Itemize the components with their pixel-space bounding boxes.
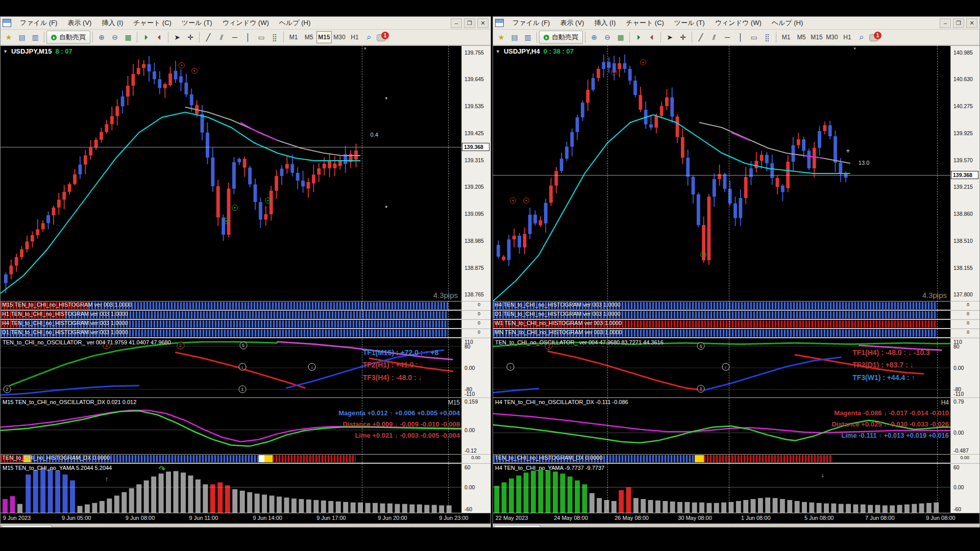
chart-tab-eurjpy-m15[interactable]: EURJPY,M15	[313, 527, 362, 528]
histogram-plot[interactable]: MN TEN_to_CHI_no_HISTOGRAM ver 003 1.000…	[493, 329, 951, 337]
menu-item-2[interactable]: 挿入 (I)	[590, 17, 620, 29]
trendline-icon[interactable]: ╱	[694, 31, 707, 44]
histogram-plot[interactable]: D1 TEN_to_CHI_no_HISTOGRAM ver 003 1.000…	[493, 311, 951, 319]
menu-item-1[interactable]: 表示 (V)	[555, 17, 589, 29]
hline-icon[interactable]: ─	[721, 31, 734, 44]
oneclick-toggle-icon[interactable]: ▼	[3, 49, 8, 54]
histogram-dx-plot[interactable]: TEN_to_CHI_no_HISTOGRAM_DX 0.0000	[1, 455, 462, 463]
timeframe-button-m5[interactable]: M5	[794, 31, 809, 43]
oneclick-toggle-icon[interactable]: ▼	[496, 49, 500, 54]
minimize-button[interactable]: –	[451, 18, 462, 28]
timeframe-button-m15[interactable]: M15	[809, 31, 824, 43]
vline-icon[interactable]: │	[734, 31, 747, 44]
chart-tab-eurusd-h4[interactable]: EURUSD,H4	[541, 527, 589, 528]
search-icon[interactable]: ⌕	[855, 31, 868, 44]
zoom-out-icon[interactable]: ⊖	[601, 31, 614, 44]
timeframe-button-m1[interactable]: M1	[778, 31, 794, 43]
menu-item-6[interactable]: ヘルプ (H)	[767, 17, 808, 29]
autotrade-button[interactable]: 自動売買	[46, 31, 90, 44]
chart-tab-gbpusd-m15[interactable]: GBPUSD,M15	[156, 527, 208, 528]
new-order-icon[interactable]: ★	[495, 31, 508, 44]
new-order-icon[interactable]: ★	[2, 31, 15, 44]
chart-tab-usdcad-m15[interactable]: USDCAD,M15	[260, 527, 312, 528]
oscillator-plot[interactable]: TEN_to_CHI_no_OSCILLATOR_ ver 004 47.968…	[493, 338, 951, 397]
menu-item-4[interactable]: ツール (T)	[177, 17, 217, 29]
chart-tab-eurusd-m15[interactable]: EURUSD,M15	[52, 527, 104, 528]
menu-item-0[interactable]: ファイル (F)	[508, 17, 554, 29]
yama-plot[interactable]: M15 TEN_to_CHI_no_YAMA 5.2044 5.2044↑↷	[1, 464, 462, 513]
crosshair-icon[interactable]: ✛	[184, 31, 197, 44]
notification-icon[interactable]: 1	[376, 31, 389, 43]
menu-item-4[interactable]: ツール (T)	[670, 17, 709, 29]
menu-item-3[interactable]: チャート (C)	[129, 17, 176, 29]
fibonacci-icon[interactable]: ⣿	[761, 31, 774, 44]
chart-shift-icon[interactable]: ⏴	[153, 31, 166, 44]
chart-plot[interactable]: ▼USDJPY,H40 : 38 : 0713.04.3pips▼+	[493, 46, 951, 301]
chart-tab-cadjpy-h4[interactable]: CADJPY,H4	[826, 527, 872, 528]
trendline-icon[interactable]: ╱	[202, 31, 215, 44]
chart-tab-usdjpy-h4[interactable]: USDJPY,H4	[494, 525, 541, 528]
timeframe-button-m30[interactable]: M30	[332, 31, 347, 43]
rectangle-icon[interactable]: ▭	[747, 31, 761, 44]
cursor-icon[interactable]: ➤	[170, 31, 184, 44]
chart-tab-eurgbp-m15[interactable]: EURGBP,M15	[105, 527, 156, 528]
histogram-dx-plot[interactable]: TEN_to_CHI_no_HISTOGRAM_DX 0.0000	[493, 455, 951, 463]
chart-tab-eurjpy-h4[interactable]: EURJPY,H4	[781, 527, 826, 528]
chart-tab-audusd-m15[interactable]: AUDUSD,M15	[208, 527, 260, 528]
histogram-plot[interactable]: D1 TEN_to_CHI_no_HISTOGRAM ver 003 1.000…	[1, 329, 462, 337]
menu-item-5[interactable]: ウィンドウ (W)	[710, 17, 766, 29]
chart-tab-usdcad-h4[interactable]: USDCAD,H4	[732, 527, 780, 528]
data-window-icon[interactable]: ▥	[29, 31, 42, 44]
auto-scroll-icon[interactable]: ⏵	[632, 31, 645, 44]
histogram-plot[interactable]: H1 TEN_to_CHI_no_HISTOGRAM ver 003 1.000…	[1, 311, 462, 319]
menu-item-5[interactable]: ウィンドウ (W)	[218, 17, 274, 29]
timeframe-button-h1[interactable]: H1	[347, 31, 362, 43]
chart-tab-usdjpy-m15[interactable]: USDJPY,M15	[2, 525, 52, 528]
fibonacci-icon[interactable]: ⣿	[268, 31, 281, 44]
yama-plot[interactable]: H4 TEN_to_CHI_no_YAMA -9.7737 -9.7737↓	[493, 464, 951, 513]
tile-windows-icon[interactable]: ▦	[614, 31, 627, 44]
timeframe-button-h1[interactable]: H1	[840, 31, 855, 43]
close-button[interactable]: ✕	[966, 18, 977, 28]
oscillator-plot[interactable]: TEN_to_CHI_no_OSCILLATOR_ ver 004 71.975…	[1, 338, 462, 397]
restore-button[interactable]: ❐	[464, 18, 475, 28]
menu-item-0[interactable]: ファイル (F)	[15, 17, 62, 29]
menu-item-6[interactable]: ヘルプ (H)	[275, 17, 315, 29]
chart-tab-audusd-h4[interactable]: AUDUSD,H4	[684, 527, 732, 528]
chart-tab-eurgbp-h4[interactable]: EURGBP,H4	[589, 527, 636, 528]
histogram-plot[interactable]: W1 TEN_to_CHI_no_HISTOGRAM ver 003 1.000…	[493, 320, 951, 328]
timeframe-button-m15[interactable]: M15	[316, 31, 332, 43]
zoom-in-icon[interactable]: ⊕	[95, 31, 108, 44]
timeframe-button-m30[interactable]: M30	[824, 31, 840, 43]
hline-icon[interactable]: ─	[228, 31, 241, 44]
notification-icon[interactable]: 1	[868, 31, 881, 43]
crosshair-icon[interactable]: ✛	[676, 31, 690, 44]
chart-tab-gbpusd-h4[interactable]: GBPUSD,H4	[636, 527, 684, 528]
chart-plot[interactable]: ▼USDJPY,M158 : 070.44.3pips**▼	[1, 46, 462, 301]
vline-icon[interactable]: │	[241, 31, 255, 44]
histogram-plot[interactable]: H4 TEN_to_CHI_no_HISTOGRAM ver 003 1.000…	[1, 320, 462, 328]
restore-button[interactable]: ❐	[953, 18, 964, 28]
menu-item-2[interactable]: 挿入 (I)	[97, 17, 128, 29]
auto-scroll-icon[interactable]: ⏵	[139, 31, 153, 44]
chart-tab-cadjpy-m15[interactable]: CADJPY,M15	[362, 527, 412, 528]
chart-window-icon[interactable]: ▤	[15, 31, 29, 44]
chart-window-icon[interactable]: ▤	[508, 31, 521, 44]
chart-shift-icon[interactable]: ⏴	[645, 31, 658, 44]
data-window-icon[interactable]: ▥	[521, 31, 534, 44]
timeframe-button-m5[interactable]: M5	[301, 31, 316, 43]
cursor-icon[interactable]: ➤	[663, 31, 676, 44]
zoom-in-icon[interactable]: ⊕	[587, 31, 601, 44]
zoom-out-icon[interactable]: ⊖	[108, 31, 121, 44]
channel-icon[interactable]: ⫽	[215, 31, 228, 44]
autotrade-button[interactable]: 自動売買	[539, 31, 583, 44]
oscillator-dx-plot[interactable]: H4 TEN_to_CHI_no_OSCILLATOR_DX -0.111 -0…	[493, 398, 951, 454]
tile-windows-icon[interactable]: ▦	[121, 31, 135, 44]
oscillator-dx-plot[interactable]: M15 TEN_to_CHI_no_OSCILLATOR_DX 0.021 0.…	[1, 398, 462, 454]
search-icon[interactable]: ⌕	[362, 31, 376, 44]
timeframe-button-m1[interactable]: M1	[286, 31, 301, 43]
channel-icon[interactable]: ⫽	[707, 31, 721, 44]
close-button[interactable]: ✕	[477, 18, 488, 28]
histogram-plot[interactable]: H4 TEN_to_CHI_no_HISTOGRAM ver 003 1.000…	[493, 302, 951, 310]
menu-item-3[interactable]: チャート (C)	[621, 17, 669, 29]
